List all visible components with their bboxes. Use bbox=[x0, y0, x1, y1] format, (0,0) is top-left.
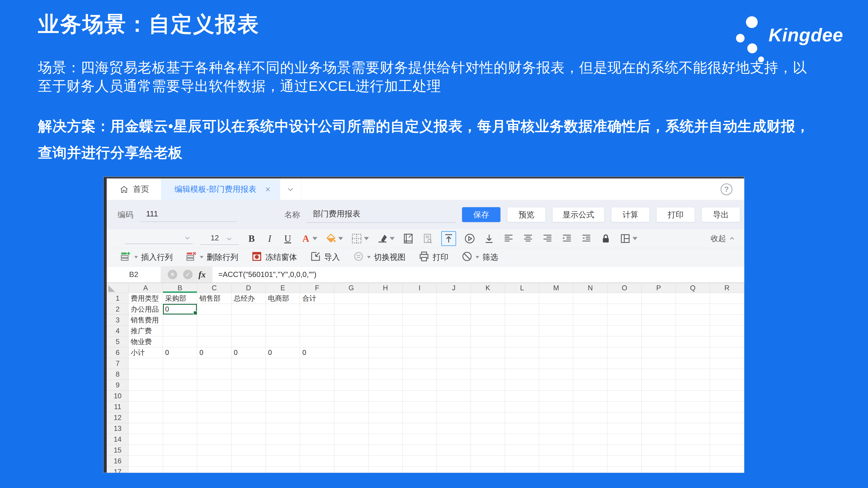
cell-C8[interactable] bbox=[197, 369, 231, 380]
cell-H10[interactable] bbox=[368, 391, 402, 401]
cell-M2[interactable] bbox=[539, 304, 573, 315]
cell-J9[interactable] bbox=[437, 380, 471, 391]
cell-N13[interactable] bbox=[573, 423, 608, 434]
cell-P8[interactable] bbox=[642, 369, 676, 380]
cell-Q3[interactable] bbox=[676, 315, 710, 326]
cell-D9[interactable] bbox=[231, 380, 266, 391]
cell-E6[interactable]: 0 bbox=[266, 347, 300, 358]
indent-increase-button[interactable] bbox=[561, 233, 573, 245]
close-tab-icon[interactable]: × bbox=[266, 185, 270, 194]
cell-R12[interactable] bbox=[710, 412, 744, 423]
cell-P12[interactable] bbox=[642, 412, 676, 423]
cell-E3[interactable] bbox=[266, 315, 300, 326]
cell-N7[interactable] bbox=[573, 358, 608, 369]
cell-F6[interactable]: 0 bbox=[300, 347, 334, 358]
cell-O12[interactable] bbox=[608, 412, 642, 423]
cell-K4[interactable] bbox=[471, 326, 505, 336]
cell-L6[interactable] bbox=[505, 347, 539, 358]
cell-J12[interactable] bbox=[437, 412, 471, 423]
calculate-button[interactable]: 计算 bbox=[611, 207, 650, 222]
cell-A16[interactable] bbox=[128, 456, 163, 466]
cell-R17[interactable] bbox=[710, 466, 744, 473]
cell-L12[interactable] bbox=[505, 412, 539, 423]
cell-Q16[interactable] bbox=[676, 456, 710, 466]
confirm-entry-icon[interactable]: ✓ bbox=[183, 270, 193, 279]
cell-R3[interactable] bbox=[710, 315, 744, 326]
column-header-K[interactable]: K bbox=[471, 283, 505, 293]
cell-I9[interactable] bbox=[403, 380, 437, 391]
cell-P4[interactable] bbox=[642, 326, 676, 336]
cell-K5[interactable] bbox=[471, 336, 505, 347]
cell-K10[interactable] bbox=[471, 391, 505, 401]
cell-R6[interactable] bbox=[710, 347, 744, 358]
fill-color-button[interactable] bbox=[325, 233, 343, 245]
cell-N11[interactable] bbox=[573, 401, 608, 412]
cell-Q17[interactable] bbox=[676, 466, 710, 473]
cell-J8[interactable] bbox=[437, 369, 471, 380]
row-header-11[interactable]: 11 bbox=[107, 401, 129, 412]
cell-L16[interactable] bbox=[505, 456, 539, 466]
row-header-6[interactable]: 6 bbox=[107, 347, 129, 358]
column-header-J[interactable]: J bbox=[437, 283, 471, 293]
print-button[interactable]: 打印 bbox=[418, 251, 448, 264]
cell-L1[interactable] bbox=[505, 293, 539, 304]
cell-P16[interactable] bbox=[642, 456, 676, 466]
cell-C16[interactable] bbox=[197, 456, 231, 466]
cell-K7[interactable] bbox=[471, 358, 505, 369]
bold-button[interactable]: B bbox=[246, 232, 257, 245]
cell-R5[interactable] bbox=[710, 336, 744, 347]
cell-G1[interactable] bbox=[334, 293, 368, 304]
column-header-M[interactable]: M bbox=[539, 283, 573, 293]
cell-O10[interactable] bbox=[608, 391, 642, 401]
cell-Q9[interactable] bbox=[676, 380, 710, 391]
cell-O17[interactable] bbox=[608, 466, 642, 473]
play-button[interactable] bbox=[464, 233, 475, 245]
cell-D1[interactable]: 总经办 bbox=[231, 293, 266, 304]
cell-H13[interactable] bbox=[368, 423, 402, 434]
row-header-8[interactable]: 8 bbox=[107, 369, 129, 380]
cell-E7[interactable] bbox=[266, 358, 300, 369]
cell-I8[interactable] bbox=[403, 369, 437, 380]
cell-B17[interactable] bbox=[163, 466, 197, 473]
cell-D5[interactable] bbox=[231, 336, 266, 347]
font-size-select[interactable]: 12 bbox=[200, 232, 239, 245]
cell-I11[interactable] bbox=[403, 401, 437, 412]
cell-A4[interactable]: 推广费 bbox=[128, 326, 163, 336]
name-input[interactable]: 部门费用报表 bbox=[307, 207, 456, 223]
cell-E17[interactable] bbox=[266, 466, 300, 473]
cell-N6[interactable] bbox=[573, 347, 608, 358]
cell-F14[interactable] bbox=[300, 434, 334, 445]
select-all-corner[interactable] bbox=[107, 283, 129, 293]
cell-L7[interactable] bbox=[505, 358, 539, 369]
cell-I3[interactable] bbox=[403, 315, 437, 326]
cell-L8[interactable] bbox=[505, 369, 539, 380]
cell-B12[interactable] bbox=[163, 412, 197, 423]
cell-D7[interactable] bbox=[231, 358, 266, 369]
cell-P3[interactable] bbox=[642, 315, 676, 326]
cell-I12[interactable] bbox=[403, 412, 437, 423]
row-header-5[interactable]: 5 bbox=[107, 336, 129, 347]
cell-O11[interactable] bbox=[608, 401, 642, 412]
cell-E5[interactable] bbox=[266, 336, 300, 347]
cell-G2[interactable] bbox=[334, 304, 368, 315]
font-color-button[interactable]: A bbox=[301, 232, 317, 245]
cell-O13[interactable] bbox=[608, 423, 642, 434]
cell-A12[interactable] bbox=[128, 412, 163, 423]
cell-R16[interactable] bbox=[710, 456, 744, 466]
find-format-icon[interactable] bbox=[422, 233, 434, 245]
cell-G7[interactable] bbox=[334, 358, 368, 369]
table-view-button[interactable] bbox=[619, 233, 638, 245]
cell-N8[interactable] bbox=[573, 369, 608, 380]
cell-P2[interactable] bbox=[642, 304, 676, 315]
cell-L10[interactable] bbox=[505, 391, 539, 401]
insert-rows-button[interactable]: 插入行列 bbox=[120, 251, 173, 264]
collapse-toolbar-button[interactable]: 收起 bbox=[711, 233, 735, 244]
cell-M14[interactable] bbox=[539, 434, 573, 445]
cell-B9[interactable] bbox=[163, 380, 197, 391]
align-left-button[interactable] bbox=[503, 233, 515, 245]
cell-B1[interactable]: 采购部 bbox=[163, 293, 197, 304]
cell-H4[interactable] bbox=[368, 326, 402, 336]
cell-K13[interactable] bbox=[471, 423, 505, 434]
cell-F16[interactable] bbox=[300, 456, 334, 466]
cell-O14[interactable] bbox=[608, 434, 642, 445]
